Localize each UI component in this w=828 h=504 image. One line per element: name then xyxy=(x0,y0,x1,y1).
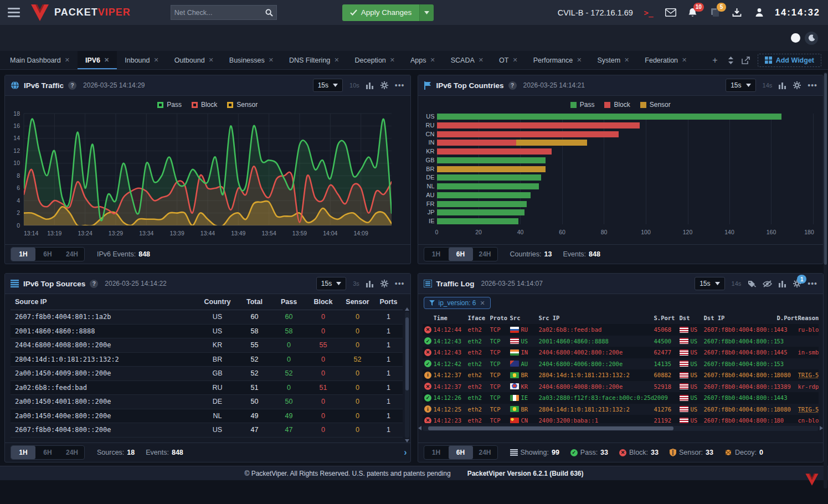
close-tab-icon[interactable]: ✕ xyxy=(430,56,435,64)
range-1h[interactable]: 1H xyxy=(424,446,449,459)
page-scrollbar[interactable] xyxy=(824,72,827,488)
gear-icon[interactable] xyxy=(380,280,388,287)
tab-ipv6[interactable]: IPV6✕ xyxy=(78,51,117,69)
legend-block[interactable]: Block xyxy=(192,100,217,109)
country-bar-jp[interactable] xyxy=(437,209,814,215)
country-bar-kr[interactable] xyxy=(437,148,814,155)
country-bar-ie[interactable] xyxy=(437,218,814,224)
country-bar-ru[interactable] xyxy=(437,122,814,128)
source-row[interactable]: 2607:f8b0:4004:800::200eUS 4747 00 1 xyxy=(11,423,403,438)
source-row[interactable]: 2607:f8b0:4004:801::1a2bUS 6060 00 1 xyxy=(11,310,403,325)
legend-pass[interactable]: Pass xyxy=(157,100,182,109)
gear-icon[interactable] xyxy=(380,81,388,89)
tab-businesses[interactable]: Businesses✕ xyxy=(222,51,281,69)
eye-off-icon[interactable] xyxy=(763,280,772,287)
close-tab-icon[interactable]: ✕ xyxy=(512,56,517,64)
source-row[interactable]: 2a00:1450:400e:800::200eNL 4949 00 1 xyxy=(11,409,403,424)
tab-federation[interactable]: Federation✕ xyxy=(637,51,695,69)
log-row[interactable]: ✓ 14:12:43eth2TCP US2001:4860:4860::8888… xyxy=(423,336,819,347)
user-icon[interactable] xyxy=(753,6,766,19)
help-icon[interactable]: ? xyxy=(90,280,98,288)
range-6h[interactable]: 6H xyxy=(449,446,473,459)
range-1h[interactable]: 1H xyxy=(11,248,35,261)
tab-dns-filtering[interactable]: DNS Filtering✕ xyxy=(281,51,347,69)
reports-icon[interactable]: 5 xyxy=(708,6,722,19)
close-tab-icon[interactable]: ✕ xyxy=(104,56,109,64)
log-row[interactable]: ✕ 14:12:43eth2TCP IN2404:6800:4002:800::… xyxy=(423,347,819,358)
range-24h[interactable]: 24H xyxy=(473,248,497,261)
search-icon[interactable] xyxy=(265,9,273,17)
log-horizontal-scrollbar[interactable] xyxy=(423,426,819,431)
chart-type-icon[interactable] xyxy=(779,82,786,89)
tab-deception[interactable]: Deception✕ xyxy=(347,51,403,69)
chart-type-icon[interactable] xyxy=(366,280,374,287)
theme-toggle[interactable] xyxy=(791,33,800,43)
close-tab-icon[interactable]: ✕ xyxy=(334,56,339,64)
legend-sensor[interactable]: Sensor xyxy=(227,100,258,109)
close-tab-icon[interactable]: ✕ xyxy=(390,56,395,64)
range-6h[interactable]: 6H xyxy=(35,248,60,261)
range-1h[interactable]: 1H xyxy=(424,248,449,261)
interval-select[interactable]: 15s xyxy=(316,277,346,290)
add-tab-icon[interactable]: + xyxy=(707,51,723,69)
tab-system[interactable]: System✕ xyxy=(589,51,637,69)
log-row[interactable]: ✓ 14:12:26eth2TCP IE2a03:2880:f12f:83:fa… xyxy=(423,392,819,404)
remove-filter-icon[interactable]: ✕ xyxy=(480,300,485,307)
help-icon[interactable]: ? xyxy=(68,81,76,90)
legend-sensor[interactable]: Sensor xyxy=(640,100,671,109)
log-row[interactable]: ✕ 14:12:37eth2TCP KR2404:6800:4008:800::… xyxy=(423,381,819,393)
tab-inbound[interactable]: Inbound✕ xyxy=(117,51,166,69)
sources-vertical-scrollbar[interactable] xyxy=(405,312,409,438)
tab-ot[interactable]: OT✕ xyxy=(491,51,526,69)
close-tab-icon[interactable]: ✕ xyxy=(624,56,629,64)
country-bar-nl[interactable] xyxy=(437,183,814,189)
country-bar-br[interactable] xyxy=(437,166,814,172)
range-6h[interactable]: 6H xyxy=(35,446,60,459)
chart-type-icon[interactable] xyxy=(366,82,374,89)
close-tab-icon[interactable]: ✕ xyxy=(682,56,687,64)
tab-apps[interactable]: Apps✕ xyxy=(403,51,443,69)
chart-type-icon[interactable] xyxy=(779,280,786,287)
source-row[interactable]: 2a00:1450:4009:800::200eGB 5252 00 1 xyxy=(11,367,403,381)
source-row[interactable]: 2804:14d:1:0:181:213:132:2BR 520 052 1 xyxy=(11,353,403,367)
country-bar-au[interactable] xyxy=(437,192,814,198)
more-menu-icon[interactable]: ••• xyxy=(808,279,817,288)
tab-main-dashboard[interactable]: Main Dashboard✕ xyxy=(2,51,78,69)
country-bar-us[interactable] xyxy=(437,114,814,120)
country-bar-de[interactable] xyxy=(437,174,814,181)
log-row[interactable]: ✕ 14:12:23eth2TCP CN2400:3200:baba::1 21… xyxy=(423,415,819,423)
log-row[interactable]: ✕ 14:12:44eth2TCP RU2a02:6b8::feed:bad 4… xyxy=(423,324,819,336)
terminal-icon[interactable]: >_ xyxy=(642,6,655,19)
close-tab-icon[interactable]: ✕ xyxy=(153,56,158,64)
country-bar-in[interactable] xyxy=(437,140,814,146)
apply-changes-button[interactable]: Apply Changes xyxy=(342,4,434,21)
country-bar-gb[interactable] xyxy=(437,157,814,163)
log-row[interactable]: i 14:12:25eth2TCP BR2804:14d:1:0:181:213… xyxy=(423,404,819,415)
close-tab-icon[interactable]: ✕ xyxy=(269,56,274,64)
log-row[interactable]: i 14:12:37eth2TCP BR2804:14d:1:0:181:213… xyxy=(423,369,819,381)
search-input[interactable] xyxy=(174,9,265,17)
more-menu-icon[interactable]: ••• xyxy=(395,279,405,288)
next-page-chevron-icon[interactable]: › xyxy=(404,448,407,457)
dark-mode-moon-icon[interactable] xyxy=(805,32,818,45)
legend-block[interactable]: Block xyxy=(604,100,630,109)
gear-icon[interactable]: 1 xyxy=(793,280,801,287)
notifications-bell-icon[interactable]: 10 xyxy=(686,6,700,19)
country-bar-fr[interactable] xyxy=(437,201,814,207)
help-icon[interactable]: ? xyxy=(508,81,517,90)
tab-scada[interactable]: SCADA✕ xyxy=(443,51,491,69)
source-row[interactable]: 2001:4860:4860::8888US 5858 00 1 xyxy=(11,325,403,339)
range-24h[interactable]: 24H xyxy=(60,446,84,459)
close-tab-icon[interactable]: ✕ xyxy=(65,56,70,64)
source-row[interactable]: 2a00:1450:4001:800::200eDE 5050 00 1 xyxy=(11,395,403,409)
more-menu-icon[interactable]: ••• xyxy=(808,81,817,90)
menu-icon[interactable] xyxy=(8,8,20,17)
more-menu-icon[interactable]: ••• xyxy=(395,81,405,90)
mail-icon[interactable] xyxy=(664,6,677,19)
source-row[interactable]: 2a02:6b8::feed:badRU 510 510 1 xyxy=(11,381,403,395)
close-tab-icon[interactable]: ✕ xyxy=(209,56,214,64)
interval-select[interactable]: 15s xyxy=(695,277,724,290)
net-check-search[interactable] xyxy=(171,5,277,20)
legend-pass[interactable]: Pass xyxy=(570,100,595,109)
country-bar-cn[interactable] xyxy=(437,131,814,137)
